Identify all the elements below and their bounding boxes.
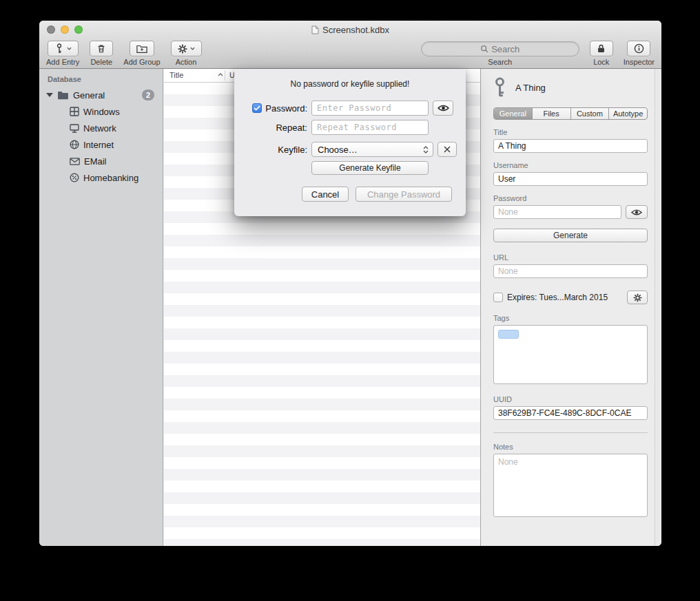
sidebar-section-header: Database	[39, 69, 163, 87]
lock-icon	[597, 43, 606, 54]
username-field-label: Username	[493, 161, 648, 169]
column-header-title[interactable]: Title	[169, 71, 183, 79]
keyfile-popup[interactable]: Choose…	[311, 142, 433, 157]
inspector-entry-header: A Thing	[493, 77, 648, 98]
generate-password-button[interactable]: Generate	[493, 229, 648, 242]
sidebar-item-homebanking[interactable]: Homebanking	[39, 169, 163, 186]
titlebar[interactable]: Screenshot.kdbx	[39, 21, 661, 39]
disclosure-triangle-icon[interactable]	[46, 93, 53, 97]
key-icon	[493, 77, 506, 98]
toolbar: Add Entry Delete A	[39, 39, 661, 69]
folder-icon	[57, 91, 69, 100]
clear-keyfile-button[interactable]	[438, 142, 457, 157]
search-icon	[480, 45, 488, 53]
lock-tool: Lock	[590, 41, 613, 66]
repeat-label: Repeat:	[276, 123, 307, 133]
zoom-button[interactable]	[74, 25, 83, 34]
inspector-button[interactable]	[627, 41, 650, 56]
toolbar-left-group: Add Entry Delete A	[46, 41, 202, 66]
chevron-down-icon	[67, 47, 72, 50]
change-password-button[interactable]: Change Password	[356, 187, 452, 202]
window-header: Screenshot.kdbx Add Entry	[39, 21, 661, 69]
show-password-button[interactable]	[433, 101, 453, 116]
action-button[interactable]	[171, 41, 202, 56]
entry-count-badge: 2	[142, 89, 154, 101]
title-field[interactable]	[493, 139, 648, 153]
username-field[interactable]	[493, 172, 648, 186]
enter-password-field[interactable]	[311, 101, 429, 116]
close-button[interactable]	[47, 25, 55, 34]
toolbar-item-label: Inspector	[624, 58, 655, 66]
sheet-buttons: Cancel Change Password	[302, 187, 452, 202]
folder-plus-icon	[136, 44, 147, 53]
sidebar-item-network[interactable]: Network	[39, 120, 163, 136]
minimize-button[interactable]	[61, 25, 69, 34]
cancel-button[interactable]: Cancel	[302, 187, 349, 202]
toolbar-item-label: Add Group	[123, 58, 160, 66]
expires-settings-button[interactable]	[627, 291, 648, 304]
sidebar-item-email[interactable]: EMail	[39, 153, 163, 169]
uuid-field[interactable]	[493, 406, 648, 420]
inspector-tool: Inspector	[624, 41, 655, 66]
repeat-password-field[interactable]	[311, 120, 429, 135]
trash-icon	[96, 43, 106, 54]
tag-chip[interactable]	[498, 330, 519, 339]
tab-general[interactable]: General	[494, 108, 533, 119]
sidebar-item-label: Windows	[83, 107, 120, 117]
globe-icon	[70, 140, 79, 149]
traffic-lights	[47, 25, 83, 34]
app-window: Screenshot.kdbx Add Entry	[39, 21, 661, 546]
delete-button[interactable]	[90, 41, 113, 56]
keyfile-popup-value: Choose…	[318, 145, 358, 155]
windows-icon	[70, 107, 79, 116]
chevron-down-icon	[190, 47, 195, 50]
close-x-icon	[443, 145, 451, 154]
uuid-field-label: UUID	[493, 395, 648, 403]
tags-field[interactable]	[493, 325, 648, 384]
password-field[interactable]	[493, 205, 621, 219]
inspector-scrollbar[interactable]	[655, 21, 661, 546]
window-title: Screenshot.kdbx	[311, 25, 389, 35]
toolbar-item-label: Action	[176, 58, 197, 66]
notes-field[interactable]	[493, 454, 648, 517]
show-password-button[interactable]	[626, 205, 648, 219]
sidebar-item-label: General	[73, 90, 105, 101]
sidebar-item-general[interactable]: General 2	[39, 87, 163, 103]
password-field-label: Password	[493, 194, 648, 202]
tab-files[interactable]: Files	[533, 108, 571, 119]
gear-icon	[633, 293, 642, 302]
title-field-label: Title	[493, 128, 648, 136]
sidebar-item-windows[interactable]: Windows	[39, 103, 163, 120]
sidebar-item-label: EMail	[84, 156, 107, 167]
search-input[interactable]: Search	[421, 41, 579, 56]
column-divider[interactable]	[225, 70, 225, 81]
delete-tool: Delete	[90, 41, 113, 66]
password-checkbox[interactable]	[252, 103, 262, 113]
search-tool: Search Search	[421, 41, 579, 66]
url-field[interactable]	[493, 264, 648, 278]
change-password-sheet: No password or keyfile supplied! Passwor…	[234, 69, 466, 216]
add-entry-tool: Add Entry	[46, 41, 79, 66]
toolbar-item-label: Delete	[90, 58, 112, 66]
expires-label: Expires: Tues...March 2015	[507, 293, 623, 302]
envelope-icon	[70, 158, 80, 165]
url-field-label: URL	[493, 253, 648, 262]
inspector-panel: A Thing General Files Custom Autotype Ti…	[480, 69, 661, 546]
sidebar-item-label: Network	[83, 123, 116, 134]
info-icon	[634, 43, 644, 54]
sidebar-item-internet[interactable]: Internet	[39, 136, 163, 153]
toolbar-item-label: Search	[488, 58, 512, 66]
lock-button[interactable]	[590, 41, 613, 56]
add-group-tool: Add Group	[123, 41, 160, 66]
tab-custom[interactable]: Custom	[571, 108, 610, 119]
percent-icon	[70, 173, 79, 182]
expires-checkbox[interactable]	[493, 293, 503, 302]
tab-autotype[interactable]: Autotype	[609, 108, 647, 119]
generate-keyfile-button[interactable]: Generate Keyfile	[311, 161, 429, 175]
add-entry-button[interactable]	[48, 41, 79, 56]
password-label: Password:	[265, 103, 307, 114]
action-tool: Action	[171, 41, 202, 66]
inspector-tabs: General Files Custom Autotype	[493, 107, 648, 120]
add-group-button[interactable]	[130, 41, 154, 56]
key-icon	[54, 43, 64, 54]
